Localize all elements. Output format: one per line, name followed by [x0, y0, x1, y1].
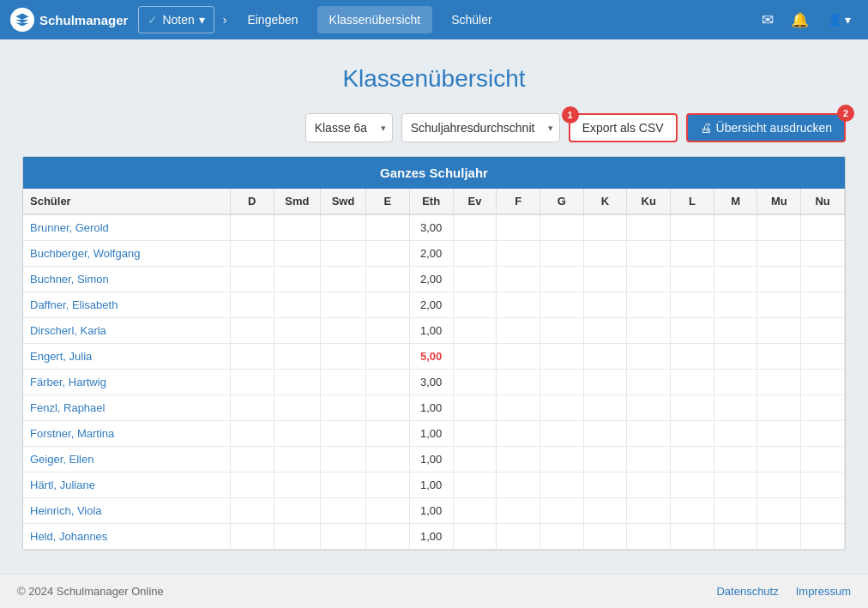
class-select[interactable]: Klasse 6a	[305, 113, 393, 142]
grade-cell-d	[230, 498, 274, 524]
grade-cell-l	[671, 395, 714, 421]
grade-cell-smd	[274, 292, 321, 318]
grade-cell-l	[671, 241, 714, 267]
datenschutz-link[interactable]: Datenschutz	[716, 585, 778, 598]
user-menu[interactable]: 👤 ▾	[821, 9, 858, 31]
grade-cell-smd	[274, 421, 321, 447]
grade-cell-ev	[453, 292, 497, 318]
grade-cell-ev	[453, 214, 497, 241]
grade-cell-m	[714, 498, 757, 524]
grade-cell-mu	[757, 447, 801, 473]
grade-cell-swd	[321, 318, 366, 344]
grade-cell-k	[583, 524, 627, 550]
grade-cell-m	[714, 214, 757, 241]
grade-cell-ev	[453, 318, 497, 344]
grade-cell-g	[540, 370, 584, 395]
grade-cell-g	[540, 395, 584, 421]
mail-icon[interactable]: ✉	[756, 11, 779, 29]
col-header-k: K	[583, 189, 627, 214]
student-name[interactable]: Geiger, Ellen	[23, 447, 230, 473]
grade-cell-f	[497, 214, 540, 241]
grade-cell-nu	[801, 344, 845, 370]
grade-cell-smd	[274, 498, 321, 524]
nav-eingeben-button[interactable]: Eingeben	[235, 6, 310, 33]
printer-icon: 🖨	[700, 121, 712, 135]
noten-dropdown[interactable]: ✓ Noten ▾	[138, 6, 214, 33]
student-name[interactable]: Färber, Hartwig	[23, 370, 230, 395]
student-name[interactable]: Held, Johannes	[23, 524, 230, 550]
col-header-smd: Smd	[274, 189, 321, 214]
grade-cell-f	[497, 344, 540, 370]
grade-cell-f	[497, 267, 540, 292]
col-header-mu: Mu	[757, 189, 801, 214]
impressum-link[interactable]: Impressum	[796, 585, 851, 598]
grade-cell-eth: 2,00	[409, 292, 453, 318]
grade-cell-nu	[801, 473, 845, 498]
grade-cell-k	[583, 395, 627, 421]
student-name[interactable]: Daffner, Elisabeth	[23, 292, 230, 318]
table-row: Daffner, Elisabeth2,00	[23, 292, 845, 318]
grade-cell-k	[583, 292, 627, 318]
grade-cell-ku	[627, 421, 671, 447]
table-section-header: Ganzes Schuljahr	[23, 157, 845, 189]
grade-cell-ku	[627, 292, 671, 318]
grade-cell-ev	[453, 498, 497, 524]
student-name[interactable]: Heinrich, Viola	[23, 498, 230, 524]
table-row: Färber, Hartwig3,00	[23, 370, 845, 395]
user-chevron-icon: ▾	[845, 13, 851, 27]
grade-cell-ev	[453, 447, 497, 473]
grade-cell-mu	[757, 344, 801, 370]
nav-schueler-button[interactable]: Schüler	[439, 6, 503, 33]
grade-cell-m	[714, 318, 757, 344]
export-csv-button[interactable]: 1 Export als CSV	[569, 113, 678, 142]
print-button[interactable]: 🖨 Übersicht ausdrucken	[686, 113, 846, 142]
grade-cell-mu	[757, 524, 801, 550]
user-icon: 👤	[828, 13, 842, 27]
grade-cell-l	[671, 344, 714, 370]
nav-klassenuebersicht-button[interactable]: Klassenübersicht	[317, 6, 433, 33]
grade-cell-m	[714, 447, 757, 473]
grade-cell-l	[671, 498, 714, 524]
student-name[interactable]: Fenzl, Raphael	[23, 395, 230, 421]
grade-cell-g	[540, 318, 584, 344]
badge-2: 2	[837, 105, 854, 122]
grade-cell-swd	[321, 241, 366, 267]
bell-icon[interactable]: 🔔	[786, 11, 814, 29]
grade-cell-ev	[453, 473, 497, 498]
grade-cell-eth: 3,00	[409, 370, 453, 395]
student-name[interactable]: Dirscherl, Karla	[23, 318, 230, 344]
grade-cell-ev	[453, 267, 497, 292]
period-select[interactable]: Schuljahresdurchschnit	[401, 113, 560, 142]
grade-cell-m	[714, 395, 757, 421]
grade-cell-d	[230, 370, 274, 395]
grade-cell-nu	[801, 370, 845, 395]
grade-cell-nu	[801, 447, 845, 473]
grade-cell-f	[497, 318, 540, 344]
grade-cell-f	[497, 498, 540, 524]
grade-cell-g	[540, 344, 584, 370]
grade-cell-k	[583, 318, 627, 344]
grade-cell-m	[714, 524, 757, 550]
student-name[interactable]: Buchberger, Wolfgang	[23, 241, 230, 267]
grade-cell-k	[583, 447, 627, 473]
grade-cell-ku	[627, 214, 671, 241]
grade-cell-d	[230, 241, 274, 267]
grade-cell-l	[671, 447, 714, 473]
col-header-ku: Ku	[627, 189, 671, 214]
student-name[interactable]: Forstner, Martina	[23, 421, 230, 447]
student-name[interactable]: Buchner, Simon	[23, 267, 230, 292]
grade-cell-e	[365, 292, 409, 318]
grade-cell-m	[714, 292, 757, 318]
brand-logo[interactable]: Schulmanager	[10, 8, 128, 32]
student-name[interactable]: Brunner, Gerold	[23, 214, 230, 241]
grade-cell-ku	[627, 447, 671, 473]
student-name[interactable]: Engert, Julia	[23, 344, 230, 370]
col-header-e: E	[365, 189, 409, 214]
grade-cell-d	[230, 344, 274, 370]
grade-cell-ku	[627, 241, 671, 267]
student-name[interactable]: Härtl, Juliane	[23, 473, 230, 498]
grade-cell-nu	[801, 524, 845, 550]
brand-name: Schulmanager	[39, 13, 128, 27]
grade-cell-d	[230, 214, 274, 241]
grade-cell-smd	[274, 395, 321, 421]
